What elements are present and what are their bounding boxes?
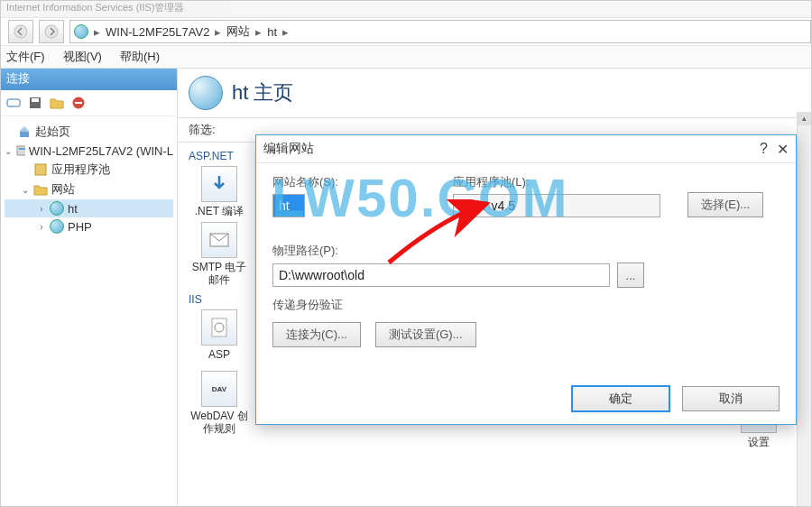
browse-path-button[interactable]: ... [617,263,644,288]
site-icon [74,24,88,39]
page-title-row: ht 主页 [178,69,811,117]
crumb-sites[interactable]: 网站 [226,23,250,40]
menu-view[interactable]: 视图(V) [63,49,102,65]
icon-label: 设置 [748,437,770,449]
icon-label: .NET 编译 [195,206,244,218]
test-settings-button[interactable]: 测试设置(G)... [375,322,476,347]
stop-icon[interactable] [71,96,86,110]
menu-file[interactable]: 文件(F) [6,49,45,65]
edit-site-dialog: 编辑网站 ? ✕ 网站名称(S): ht 应用程序池(L): .NET v4.5 [255,134,797,425]
download-icon [208,172,231,196]
site-home-icon [189,76,223,110]
iis-manager-window: Internet Information Services (IIS)管理器 ▸… [0,0,812,507]
tree-site-ht[interactable]: ›ht [5,199,173,217]
tree-server-label: WIN-L2MF25L7AV2 (WIN-L [29,144,173,158]
icon-label: SMTP 电子邮件 [187,262,252,287]
app-pool-icon [33,162,48,177]
dialog-title-text: 编辑网站 [263,141,314,157]
crumb-sep-icon: ▸ [94,25,100,39]
svg-rect-6 [75,102,82,104]
app-pool-label: 应用程序池(L): [453,174,660,190]
tree-site-ht-label: ht [68,202,78,216]
crumb-sep-icon: ▸ [282,25,289,39]
mail-icon [208,229,230,251]
connections-toolbar [1,90,177,116]
folder-open-icon [33,182,48,197]
tree-app-pools-label: 应用程序池 [51,161,110,178]
tree-sites[interactable]: ⌄网站 [5,180,173,199]
svg-rect-9 [19,148,25,150]
window-titlebar: Internet Information Services (IIS)管理器 [1,1,811,17]
tree-site-php[interactable]: ›PHP [5,217,173,235]
link-icon[interactable] [6,96,21,110]
physical-path-label: 物理路径(P): [272,243,660,259]
tree-start-page[interactable]: 起始页 [5,122,173,142]
physical-path-value: D:\wwwroot\old [279,268,364,282]
tree-start-page-label: 起始页 [35,124,70,140]
menu-bar: 文件(F) 视图(V) 帮助(H) [1,46,811,69]
crumb-sep-icon: ▸ [255,25,262,39]
crumb-ht[interactable]: ht [267,25,277,39]
filter-label: 筛选: [189,122,216,138]
gear-document-icon [208,317,230,338]
icon-label: WebDAV 创作规则 [187,410,252,436]
crumb-server[interactable]: WIN-L2MF25L7AV2 [106,25,209,39]
site-name-value: ht [279,198,290,213]
tree-app-pools[interactable]: 应用程序池 [5,160,173,180]
icon-net-compile[interactable]: .NET 编译 [187,166,252,218]
content-scrollbar[interactable]: ▴ [797,112,811,507]
icon-smtp[interactable]: SMTP 电子邮件 [187,222,252,287]
svg-rect-12 [212,318,226,336]
arrow-right-icon [44,24,59,39]
dialog-help-button[interactable]: ? [760,141,768,157]
tree-server[interactable]: ⌄WIN-L2MF25L7AV2 (WIN-L [5,142,173,160]
address-bar: ▸ WIN-L2MF25L7AV2 ▸ 网站 ▸ ht ▸ [1,17,811,46]
folder-icon[interactable] [50,96,64,110]
svg-point-1 [45,25,58,38]
svg-rect-8 [17,146,25,155]
svg-rect-10 [35,164,46,175]
ok-button[interactable]: 确定 [572,386,669,411]
arrow-left-icon [14,24,28,39]
crumb-sep-icon: ▸ [215,25,221,39]
connect-as-button[interactable]: 连接为(C)... [272,322,361,347]
page-title-text: ht 主页 [232,79,293,106]
dialog-close-button[interactable]: ✕ [777,141,789,158]
scroll-up-icon[interactable]: ▴ [798,112,811,125]
globe-icon [50,219,64,234]
server-icon [15,143,25,158]
tree-site-php-label: PHP [68,220,92,234]
svg-rect-7 [20,131,29,137]
save-icon[interactable] [28,96,42,110]
connections-panel: 连接 起始页 ⌄WIN-L2MF25L7AV2 (WIN-L 应用程序池 ⌄网站… [1,69,178,507]
home-icon [17,124,32,139]
dialog-footer: 确定 取消 [572,386,780,411]
menu-help[interactable]: 帮助(H) [120,49,160,65]
dialog-body: 网站名称(S): ht 应用程序池(L): .NET v4.5 选择(E)...… [256,163,796,358]
connections-header: 连接 [1,69,177,90]
passthrough-auth-label: 传递身份验证 [272,297,780,313]
icon-webdav[interactable]: DAVWebDAV 创作规则 [187,371,252,436]
site-name-input[interactable]: ht [272,194,305,217]
app-pool-value: .NET v4.5 [459,198,515,213]
dialog-titlebar: 编辑网站 ? ✕ [256,135,796,163]
app-pool-input: .NET v4.5 [453,194,660,217]
icon-label: ASP [208,349,230,362]
breadcrumb-bar[interactable]: ▸ WIN-L2MF25L7AV2 ▸ 网站 ▸ ht ▸ [69,20,811,43]
window-title-text: Internet Information Services (IIS)管理器 [6,1,184,14]
svg-rect-2 [7,99,20,106]
svg-rect-4 [32,98,39,102]
back-button[interactable] [8,20,33,43]
site-name-label: 网站名称(S): [272,174,426,190]
physical-path-input[interactable]: D:\wwwroot\old [272,263,610,287]
icon-asp[interactable]: ASP [187,309,252,362]
tree-sites-label: 网站 [51,181,75,198]
globe-icon [50,201,64,216]
connections-tree: 起始页 ⌄WIN-L2MF25L7AV2 (WIN-L 应用程序池 ⌄网站 ›h… [1,116,177,241]
svg-point-0 [14,25,27,38]
forward-button[interactable] [39,20,64,43]
select-app-pool-button[interactable]: 选择(E)... [687,192,763,217]
cancel-button[interactable]: 取消 [682,386,780,411]
